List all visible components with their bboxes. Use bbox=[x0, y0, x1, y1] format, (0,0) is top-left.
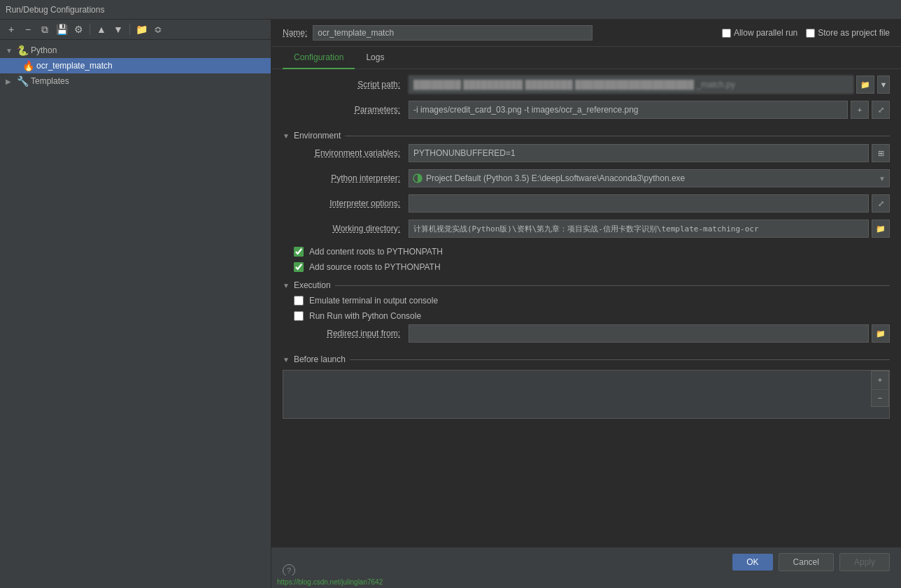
working-dir-input[interactable] bbox=[409, 220, 869, 238]
before-launch-remove-btn[interactable]: − bbox=[871, 389, 889, 407]
move-down-button[interactable]: ▼ bbox=[111, 22, 125, 36]
redirect-input-row: Redirect input from: 📁 bbox=[283, 324, 890, 343]
script-path-label: Script path: bbox=[283, 80, 409, 89]
env-section-divider bbox=[345, 136, 890, 136]
allow-parallel-text: Allow parallel run bbox=[734, 28, 797, 38]
allow-parallel-label: Allow parallel run bbox=[722, 28, 797, 38]
python-interpreter-label: Python interpreter: bbox=[283, 173, 409, 183]
store-project-checkbox[interactable] bbox=[806, 29, 815, 38]
redirect-input-label: Redirect input from: bbox=[283, 329, 409, 338]
status-link[interactable]: https://blog.csdn.net/julinglan7642 bbox=[277, 578, 383, 586]
python-console-label[interactable]: Run Run with Python Console bbox=[309, 311, 421, 321]
interpreter-options-field: ⤢ bbox=[409, 194, 890, 213]
tree-ocr-label: ocr_template_match bbox=[36, 61, 113, 71]
tab-logs[interactable]: Logs bbox=[355, 47, 395, 69]
run-with-text: Run bbox=[309, 311, 327, 321]
settings-button[interactable]: ⚙ bbox=[71, 22, 85, 36]
interpreter-options-expand-btn[interactable]: ⤢ bbox=[872, 194, 890, 213]
parameters-field: + ⤢ bbox=[409, 101, 890, 119]
tree-arrow-python: ▼ bbox=[6, 47, 14, 55]
add-source-roots-label[interactable]: Add source roots to PYTHONPATH bbox=[309, 262, 441, 272]
parameters-expand-btn[interactable]: + bbox=[851, 101, 869, 119]
parameters-input[interactable] bbox=[409, 101, 848, 119]
tree-templates-label: Templates bbox=[31, 76, 69, 86]
before-launch-add-btn[interactable]: + bbox=[871, 371, 889, 389]
cancel-button[interactable]: Cancel bbox=[779, 553, 834, 571]
toolbar-separator bbox=[90, 24, 90, 35]
exec-section-divider bbox=[335, 285, 890, 286]
tree-python-label: Python bbox=[31, 45, 57, 55]
env-vars-row: Environment variables: ⊞ bbox=[283, 143, 890, 163]
script-path-row: Script path: ████████ ██████████ ███████… bbox=[283, 75, 890, 94]
redirect-input-input[interactable] bbox=[409, 324, 869, 343]
python-interpreter-select[interactable]: Project Default (Python 3.5) E:\deepLsof… bbox=[409, 169, 890, 187]
environment-section-header[interactable]: ▼ Environment bbox=[283, 125, 890, 143]
script-path-browse-btn[interactable]: 📁 bbox=[856, 76, 874, 94]
tree-item-templates[interactable]: ▶ 🔧 Templates bbox=[0, 73, 271, 89]
bottom-buttons: ? OK Cancel Apply https://blog.csdn.net/… bbox=[271, 547, 901, 588]
status-bar: https://blog.csdn.net/julinglan7642 bbox=[271, 575, 901, 588]
python-console-checkbox[interactable] bbox=[294, 311, 304, 321]
tree-item-ocr[interactable]: 🔥 ocr_template_match bbox=[0, 58, 271, 73]
before-launch-label: Before launch bbox=[294, 354, 346, 364]
parameters-fullscreen-btn[interactable]: ⤢ bbox=[872, 101, 890, 119]
python-console-row: Run Run with Python Console bbox=[294, 308, 890, 324]
tree-arrow-templates: ▶ bbox=[6, 78, 14, 85]
env-vars-label: Environment variables: bbox=[283, 148, 409, 158]
script-path-dropdown-btn[interactable]: ▼ bbox=[877, 76, 890, 94]
python-icon: 🐍 bbox=[17, 45, 28, 56]
run-icon: 🔥 bbox=[22, 60, 34, 71]
add-source-roots-checkbox[interactable] bbox=[294, 262, 304, 272]
exec-section-arrow: ▼ bbox=[283, 282, 290, 289]
env-vars-edit-btn[interactable]: ⊞ bbox=[872, 144, 890, 162]
copy-button[interactable]: ⧉ bbox=[38, 22, 52, 36]
remove-button[interactable]: − bbox=[21, 22, 35, 36]
left-panel: + − ⧉ 💾 ⚙ ▲ ▼ 📁 ≎ ▼ 🐍 Python 🔥 ocr_templ… bbox=[0, 20, 271, 588]
redirect-input-browse-btn[interactable]: 📁 bbox=[872, 324, 890, 343]
emulate-terminal-label[interactable]: Emulate terminal in output console bbox=[309, 296, 438, 306]
save-button[interactable]: 💾 bbox=[55, 22, 69, 36]
add-content-roots-checkbox[interactable] bbox=[294, 247, 304, 257]
toolbar-separator-2 bbox=[129, 24, 130, 35]
store-project-label: Store as project file bbox=[806, 28, 890, 38]
interpreter-options-row: Interpreter options: ⤢ bbox=[283, 194, 890, 213]
tree-area: ▼ 🐍 Python 🔥 ocr_template_match ▶ 🔧 Temp… bbox=[0, 40, 271, 588]
before-launch-divider bbox=[350, 359, 890, 360]
redirect-input-field: 📁 bbox=[409, 324, 890, 343]
config-content: Script path: ████████ ██████████ ███████… bbox=[271, 69, 901, 547]
add-button[interactable]: + bbox=[4, 22, 18, 36]
exec-section-label: Execution bbox=[294, 280, 331, 290]
store-project-text: Store as project file bbox=[818, 28, 890, 38]
main-area: + − ⧉ 💾 ⚙ ▲ ▼ 📁 ≎ ▼ 🐍 Python 🔥 ocr_templ… bbox=[0, 20, 901, 588]
name-label: Name: bbox=[283, 28, 307, 38]
wrench-icon: 🔧 bbox=[17, 76, 28, 87]
before-launch-content: + − bbox=[283, 370, 890, 419]
script-path-input: ████████ ██████████ ████████ ███████████… bbox=[409, 76, 853, 94]
allow-parallel-checkbox[interactable] bbox=[722, 29, 731, 38]
sort-button[interactable]: ≎ bbox=[151, 22, 165, 36]
working-dir-browse-btn[interactable]: 📁 bbox=[872, 220, 890, 238]
execution-section-header[interactable]: ▼ Execution bbox=[283, 275, 890, 293]
interpreter-options-input[interactable] bbox=[409, 194, 869, 213]
env-vars-field: ⊞ bbox=[409, 144, 890, 162]
apply-button[interactable]: Apply bbox=[839, 553, 890, 571]
env-vars-input[interactable] bbox=[409, 144, 869, 162]
title-bar-text: Run/Debug Configurations bbox=[6, 5, 104, 15]
name-input[interactable] bbox=[313, 25, 593, 41]
folder-button[interactable]: 📁 bbox=[134, 22, 148, 36]
tree-item-python[interactable]: ▼ 🐍 Python bbox=[0, 43, 271, 58]
working-dir-row: Working directory: 📁 bbox=[283, 219, 890, 238]
move-up-button[interactable]: ▲ bbox=[94, 22, 108, 36]
parameters-row: Parameters: + ⤢ bbox=[283, 100, 890, 120]
add-content-roots-label[interactable]: Add content roots to PYTHONPATH bbox=[309, 247, 443, 257]
ok-button[interactable]: OK bbox=[732, 554, 772, 571]
add-content-roots-row: Add content roots to PYTHONPATH bbox=[294, 244, 890, 259]
python-status-indicator bbox=[413, 173, 423, 183]
tab-configuration[interactable]: Configuration bbox=[283, 47, 355, 69]
emulate-terminal-checkbox[interactable] bbox=[294, 296, 304, 306]
before-launch-section-header[interactable]: ▼ Before launch bbox=[283, 349, 890, 367]
env-section-arrow: ▼ bbox=[283, 132, 290, 140]
tabs: Configuration Logs bbox=[271, 47, 901, 69]
working-dir-label: Working directory: bbox=[283, 224, 409, 234]
parameters-label: Parameters: bbox=[283, 105, 409, 115]
